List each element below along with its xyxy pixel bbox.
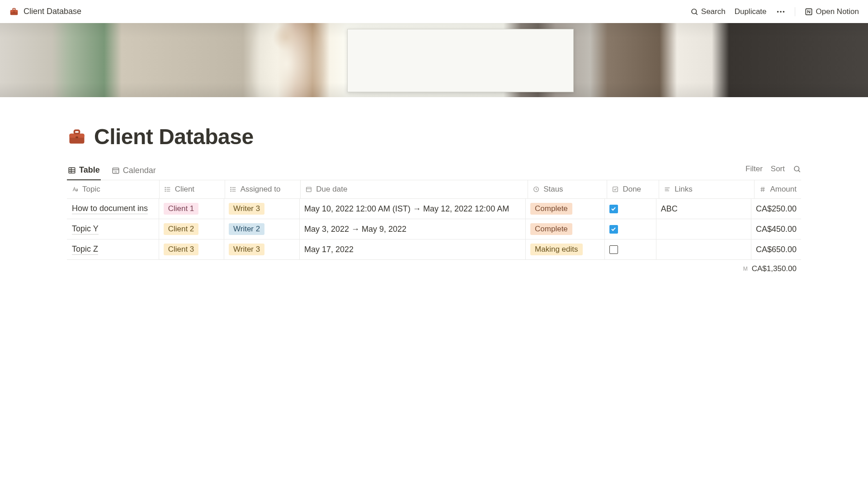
cell-links[interactable]: [656, 219, 751, 239]
open-notion-button[interactable]: Open Notion: [804, 7, 859, 16]
col-due[interactable]: Due date: [300, 180, 528, 198]
cell-links[interactable]: ABC: [656, 199, 751, 219]
svg-point-26: [165, 187, 165, 188]
assigned-tag: Writer 3: [229, 244, 264, 255]
cell-links[interactable]: [656, 239, 751, 259]
cell-assigned[interactable]: Writer 3: [224, 239, 299, 259]
cell-assigned[interactable]: Writer 3: [224, 199, 299, 219]
duplicate-button[interactable]: Duplicate: [735, 7, 767, 16]
assigned-tag: Writer 2: [229, 223, 264, 235]
topbar-left: Client Database: [9, 7, 81, 17]
table-header: Topic Client Assigned to Due date Staus …: [67, 180, 801, 199]
col-links[interactable]: Links: [659, 180, 754, 198]
cell-due[interactable]: May 3, 2022 → May 9, 2022: [299, 219, 525, 239]
page-header: Client Database: [67, 124, 801, 149]
col-done-label: Done: [623, 185, 641, 194]
cell-done[interactable]: [604, 239, 656, 259]
sort-button[interactable]: Sort: [771, 164, 785, 174]
svg-point-6: [777, 11, 778, 13]
cell-client[interactable]: Client 2: [159, 219, 224, 239]
col-amount[interactable]: Amount: [754, 180, 801, 198]
svg-point-32: [231, 187, 231, 188]
cell-topic-text: Topic Y: [72, 224, 99, 235]
cell-amount-text: CA$250.00: [756, 204, 797, 214]
table-row[interactable]: How to document insClient 1Writer 3May 1…: [67, 199, 801, 219]
open-notion-label: Open Notion: [816, 7, 859, 16]
col-client[interactable]: Client: [159, 180, 225, 198]
cell-done[interactable]: [604, 219, 656, 239]
col-assigned-label: Assigned to: [241, 185, 281, 194]
svg-rect-14: [69, 168, 75, 173]
cell-topic[interactable]: How to document ins: [67, 199, 159, 219]
table-icon: [68, 166, 76, 174]
page-icon[interactable]: [67, 127, 87, 147]
status-tag: Complete: [530, 203, 572, 215]
cell-due[interactable]: May 10, 2022 12:00 AM (IST) → May 12, 20…: [299, 199, 525, 219]
col-status[interactable]: Staus: [528, 180, 607, 198]
svg-point-33: [231, 189, 231, 189]
notion-icon: [804, 7, 813, 16]
cell-client[interactable]: Client 1: [159, 199, 224, 219]
lines-icon: [664, 186, 671, 193]
cell-amount-text: CA$650.00: [756, 245, 797, 254]
svg-point-7: [780, 11, 782, 13]
status-tag: Making edits: [530, 244, 582, 255]
col-done[interactable]: Done: [607, 180, 659, 198]
svg-line-44: [762, 187, 762, 192]
done-checkbox[interactable]: [609, 245, 618, 254]
col-due-label: Due date: [316, 185, 347, 194]
tab-table-label: Table: [79, 165, 100, 175]
cover-overlay: [352, 32, 569, 89]
cell-status[interactable]: Complete: [525, 199, 604, 219]
cell-amount[interactable]: CA$650.00: [751, 239, 801, 259]
search-button[interactable]: Search: [690, 7, 726, 16]
cell-amount[interactable]: CA$250.00: [751, 199, 801, 219]
client-tag: Client 2: [164, 223, 199, 235]
table-body: How to document insClient 1Writer 3May 1…: [67, 199, 801, 260]
topbar-title[interactable]: Client Database: [24, 7, 81, 16]
cell-status[interactable]: Complete: [525, 219, 604, 239]
cell-assigned[interactable]: Writer 2: [224, 219, 299, 239]
cell-topic[interactable]: Topic Z: [67, 239, 159, 259]
cell-due[interactable]: May 17, 2022: [299, 239, 525, 259]
list-icon: [230, 186, 237, 193]
svg-point-8: [783, 11, 784, 13]
views-right: Filter Sort: [745, 164, 801, 177]
cell-due-text: May 17, 2022: [304, 245, 354, 254]
cell-due-text: May 3, 2022 → May 9, 2022: [304, 225, 406, 234]
cell-amount-text: CA$450.00: [756, 225, 797, 234]
tab-calendar[interactable]: 31 Calendar: [111, 162, 157, 180]
cell-topic[interactable]: Topic Y: [67, 219, 159, 239]
database-table: Topic Client Assigned to Due date Staus …: [67, 180, 801, 273]
more-icon: [776, 7, 786, 17]
svg-rect-3: [14, 11, 15, 12]
search-table-button[interactable]: [793, 165, 801, 173]
cell-done[interactable]: [604, 199, 656, 219]
text-icon: [71, 186, 79, 193]
search-icon: [690, 8, 698, 16]
cell-status[interactable]: Making edits: [525, 239, 604, 259]
cover-image[interactable]: [0, 23, 868, 97]
table-row[interactable]: Topic ZClient 3Writer 3May 17, 2022Makin…: [67, 239, 801, 260]
tab-calendar-label: Calendar: [123, 166, 156, 175]
page-title[interactable]: Client Database: [94, 124, 254, 149]
svg-point-4: [692, 9, 697, 14]
svg-line-45: [764, 187, 764, 192]
tab-table[interactable]: Table: [67, 162, 101, 180]
more-button[interactable]: [776, 7, 786, 17]
col-links-label: Links: [675, 185, 693, 194]
cell-amount[interactable]: CA$450.00: [751, 219, 801, 239]
done-checkbox[interactable]: [609, 205, 618, 213]
svg-point-21: [794, 166, 799, 171]
col-topic[interactable]: Topic: [67, 180, 159, 198]
svg-point-34: [231, 191, 231, 191]
col-assigned[interactable]: Assigned to: [225, 180, 301, 198]
filter-button[interactable]: Filter: [745, 164, 763, 174]
table-row[interactable]: Topic YClient 2Writer 2May 3, 2022 → May…: [67, 219, 801, 239]
calendar-icon: 31: [112, 166, 120, 174]
cell-client[interactable]: Client 3: [159, 239, 224, 259]
date-icon: [305, 186, 312, 193]
views-left: Table 31 Calendar: [67, 162, 157, 180]
status-tag: Complete: [530, 223, 572, 235]
done-checkbox[interactable]: [609, 225, 618, 234]
